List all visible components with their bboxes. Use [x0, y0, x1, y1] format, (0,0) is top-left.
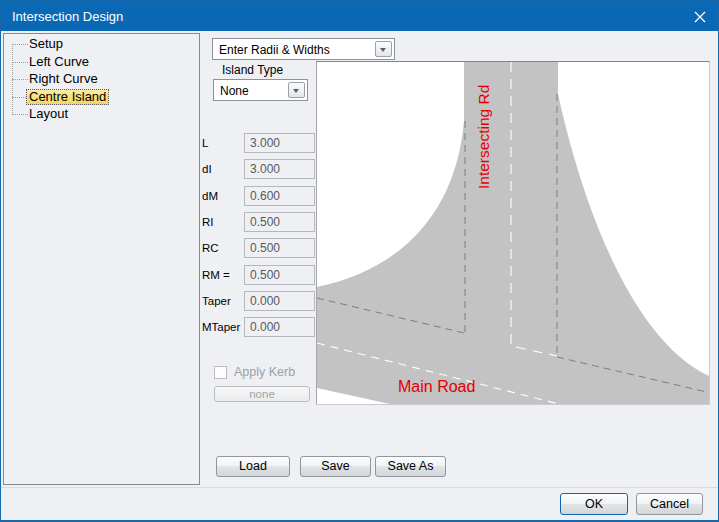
- apply-kerb-checkbox[interactable]: [214, 366, 227, 379]
- vertical-road-label: Intersecting Rd: [475, 85, 492, 189]
- kerb-style-button[interactable]: none: [214, 386, 310, 402]
- sidebar-item-label: Layout: [26, 106, 71, 122]
- field-label-rm: RM =: [202, 265, 230, 285]
- category-tree: SetupLeft CurveRight CurveCentre IslandL…: [3, 33, 200, 485]
- field-input-di[interactable]: 3.000: [244, 159, 315, 179]
- field-input-mtaper[interactable]: 0.000: [244, 317, 315, 337]
- field-input-taper[interactable]: 0.000: [244, 291, 315, 311]
- sidebar-item-label: Setup: [26, 36, 66, 52]
- apply-kerb-label: Apply Kerb: [234, 365, 295, 379]
- field-label-ri: RI: [202, 212, 214, 232]
- footer-divider: [1, 487, 718, 488]
- cancel-button[interactable]: Cancel: [636, 493, 703, 515]
- load-button[interactable]: Load: [216, 456, 290, 477]
- field-label-di: dI: [202, 159, 212, 179]
- field-label-l: L: [202, 133, 208, 153]
- field-input-dm[interactable]: 0.600: [244, 186, 315, 206]
- ok-button[interactable]: OK: [560, 493, 628, 515]
- road-surface: [317, 62, 709, 404]
- sidebar-item-label: Centre Island: [26, 89, 109, 105]
- field-input-ri[interactable]: 0.500: [244, 212, 315, 232]
- sidebar-item-label: Left Curve: [26, 54, 92, 70]
- close-icon[interactable]: [692, 9, 708, 25]
- entry-mode-value: Enter Radii & Widths: [219, 43, 330, 57]
- main-road-label: Main Road: [398, 378, 475, 395]
- field-label-mtaper: MTaper: [202, 317, 240, 337]
- field-label-dm: dM: [202, 186, 218, 206]
- intersection-diagram: Intersecting Rd Main Road: [317, 62, 709, 404]
- chevron-down-icon[interactable]: [375, 41, 392, 57]
- field-input-l[interactable]: 3.000: [244, 133, 315, 153]
- chevron-down-icon[interactable]: [288, 82, 305, 98]
- field-input-rc[interactable]: 0.500: [244, 238, 315, 258]
- entry-mode-combo[interactable]: Enter Radii & Widths: [212, 38, 395, 60]
- intersection-preview: Intersecting Rd Main Road: [316, 61, 710, 405]
- field-label-rc: RC: [202, 238, 219, 258]
- island-type-label: Island Type: [222, 63, 283, 77]
- title-bar[interactable]: Intersection Design: [1, 1, 718, 31]
- sidebar-item-label: Right Curve: [26, 71, 101, 87]
- save-button[interactable]: Save: [300, 456, 371, 477]
- window-title: Intersection Design: [12, 9, 123, 24]
- island-type-combo[interactable]: None: [213, 79, 308, 101]
- field-input-rm[interactable]: 0.500: [244, 265, 315, 285]
- field-label-taper: Taper: [202, 291, 231, 311]
- save-as-button[interactable]: Save As: [375, 456, 446, 477]
- island-type-value: None: [220, 84, 249, 98]
